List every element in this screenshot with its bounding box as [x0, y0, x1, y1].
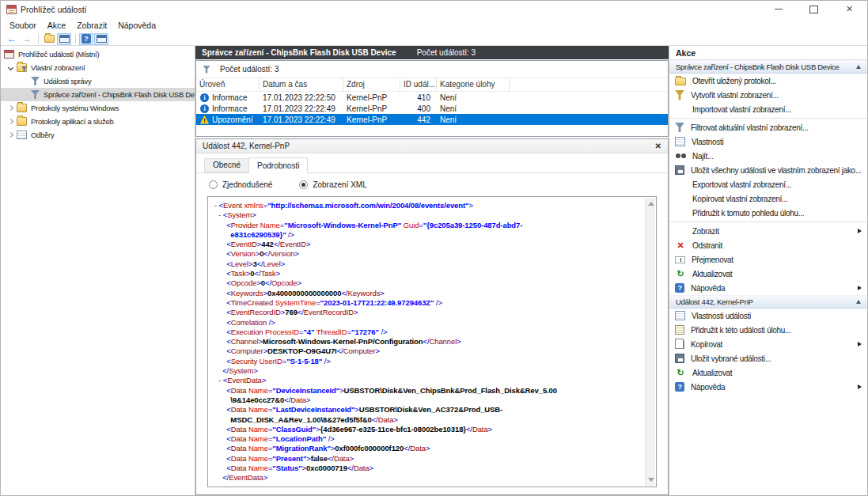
menu-item-0[interactable]: Soubor [4, 18, 42, 32]
delete-icon [675, 240, 686, 251]
event-row[interactable]: Informace17.01.2023 22:22:49Kernel-PnP40… [196, 103, 668, 114]
menu-item-1[interactable]: Akce [42, 18, 71, 32]
collapse-icon[interactable] [856, 65, 861, 69]
tab-obecne[interactable]: Obecné [204, 158, 249, 172]
action-item[interactable]: Filtrovat aktuální vlastní zobrazení... [669, 120, 867, 134]
action-item[interactable]: Aktualizovat [669, 365, 867, 380]
action-item[interactable]: Vytvořit vlastní zobrazení... [669, 88, 867, 102]
action-item[interactable]: Uložit všechny události ve vlastním zobr… [669, 163, 867, 177]
xml-scrollbar[interactable] [645, 198, 655, 486]
action-item[interactable]: Uložit vybrané události... [669, 351, 867, 365]
action-item[interactable]: Nápověda [669, 380, 867, 394]
xml-line: <Data Name="LocationPath" /> [214, 434, 642, 444]
action-item[interactable]: Vlastnosti [669, 134, 867, 149]
action-item[interactable]: Přidružit k tomuto pohledu úlohu... [669, 206, 867, 220]
chevron-down-icon[interactable] [6, 64, 16, 72]
xml-line: <Data Name="Present">false</Data> [214, 454, 642, 464]
action-item-label: Přejmenovat [692, 256, 862, 264]
tree-item[interactable]: Protokoly aplikací a služeb [1, 115, 195, 128]
title-bar: Prohlížeč událostí [1, 1, 867, 17]
action-item[interactable]: Aktualizovat [669, 267, 867, 281]
separator [669, 221, 867, 222]
show-tree-button[interactable] [42, 33, 56, 45]
xml-line: \9&14e0cc27&0</Data> [214, 396, 642, 405]
minimize-button[interactable] [760, 1, 796, 17]
folder-icon [17, 104, 27, 112]
maximize-button[interactable] [796, 1, 832, 17]
menu-item-2[interactable]: Zobrazit [71, 18, 112, 32]
radio-label: Zobrazení XML [313, 180, 366, 189]
action-item[interactable]: Odstranit [669, 238, 867, 252]
xml-line: - <EventData> [214, 376, 642, 385]
event-viewer-window: Prohlížeč událostí SouborAkceZobrazitNáp… [0, 0, 868, 496]
tree-item[interactable]: Správce zařízení - ChipsBnk Flash Disk U… [1, 88, 195, 101]
source-cell: Kernel-PnP [343, 115, 400, 124]
close-button[interactable] [832, 1, 867, 17]
event-row[interactable]: Informace17.01.2023 22:22:50Kernel-PnP41… [196, 92, 668, 103]
action-item-label: Aktualizovat [692, 369, 862, 377]
action-item[interactable]: Najít... [669, 149, 867, 163]
xml-line: <Opcode>0</Opcode> [214, 278, 642, 288]
menu-bar: SouborAkceZobrazitNápověda [1, 17, 867, 32]
action-item[interactable]: Přidružit k této události úlohu... [669, 323, 867, 337]
action-item[interactable]: Vlastnosti události [669, 309, 867, 323]
event-row[interactable]: Upozornění17.01.2023 22:22:49Kernel-PnP4… [196, 114, 668, 125]
radio-zjednodusene[interactable]: Zjednodušené [209, 180, 272, 189]
event-list-panel: Počet událostí: 3 ÚroveňDatum a časZdroj… [195, 60, 669, 137]
action-item[interactable]: Kopírovat vlastní zobrazení... [669, 191, 867, 206]
xml-line: MSDC_DISK_A&Rev_1.00\8&27ed5f5f&0</Data> [214, 415, 642, 425]
action-item-label: Vlastnosti události [692, 312, 862, 320]
action-item[interactable]: Importovat vlastní zobrazení... [669, 102, 867, 116]
tree-item[interactable]: Protokoly systému Windows [1, 101, 195, 115]
help-button[interactable] [79, 33, 93, 45]
column-header[interactable]: Zdroj [343, 78, 400, 91]
level-cell: Informace [196, 104, 260, 113]
submenu-arrow-icon [858, 286, 862, 290]
action-item[interactable]: Exportovat vlastní zobrazení... [669, 177, 867, 191]
actions-pane-title: Akce [669, 46, 867, 60]
properties-icon [675, 311, 685, 320]
task-icon [675, 325, 684, 335]
action-item[interactable]: Zobrazit [669, 224, 867, 238]
chevron-right-icon[interactable] [6, 104, 16, 112]
column-header[interactable]: Úroveň [196, 78, 260, 91]
action-item[interactable]: Nápověda [669, 281, 867, 295]
event-id-cell: 400 [400, 104, 437, 113]
column-header[interactable]: ID udál... [400, 78, 437, 91]
forward-button[interactable] [20, 33, 34, 45]
back-button[interactable] [5, 33, 19, 45]
category-cell: Není [437, 104, 510, 113]
action-item-label: Kopírovat vlastní zobrazení... [692, 195, 862, 203]
column-header[interactable]: Kategorie úlohy [437, 78, 510, 91]
action-section-header[interactable]: Správce zařízení - ChipsBnk Flash Disk U… [669, 60, 867, 74]
tree-item[interactable]: Události správy [1, 74, 195, 88]
xml-line: <TimeCreated SystemTime="2023-01-17T21:2… [214, 298, 642, 308]
tree-item[interactable]: Odběry [1, 128, 195, 142]
xml-line: <Data Name="LastDeviceInstanceId">USBSTO… [214, 405, 642, 415]
action-item-label: Otevřít uložený protokol... [692, 77, 862, 85]
action-item[interactable]: Otevřít uložený protokol... [669, 74, 867, 88]
tree-item[interactable]: Vlastní zobrazení [1, 61, 195, 74]
submenu-arrow-icon [858, 229, 862, 233]
action-item[interactable]: Přejmenovat [669, 252, 867, 267]
column-header[interactable]: Datum a čas [260, 78, 343, 91]
menu-item-3[interactable]: Nápověda [112, 18, 161, 32]
datetime-cell: 17.01.2023 22:22:49 [260, 104, 343, 113]
action-item[interactable]: Kopírovat [669, 337, 867, 351]
action-section-header[interactable]: Událost 442, Kernel-PnP [669, 295, 867, 309]
tree-item[interactable]: Prohlížeč událostí (Místní) [1, 47, 195, 61]
action-pane-button[interactable] [94, 33, 108, 45]
radio-zobrazeni-xml[interactable]: Zobrazení XML [299, 180, 366, 189]
console-window-button[interactable] [57, 33, 71, 45]
scroll-down-icon[interactable] [648, 478, 654, 482]
tree-item-label: Události správy [44, 77, 91, 85]
radio-unchecked-icon [209, 180, 218, 189]
action-section-title: Správce zařízení - ChipsBnk Flash Disk U… [676, 62, 856, 71]
tab-podrobnosti[interactable]: Podrobnosti [248, 157, 308, 173]
chevron-right-icon[interactable] [6, 118, 16, 126]
scroll-up-icon[interactable] [648, 202, 654, 206]
collapse-icon[interactable] [856, 300, 861, 304]
close-icon[interactable] [655, 142, 661, 150]
event-detail-panel: Událost 442, Kernel-PnP Obecné Podrobnos… [195, 138, 669, 495]
event-table-header: ÚroveňDatum a časZdrojID udál...Kategori… [196, 78, 668, 92]
